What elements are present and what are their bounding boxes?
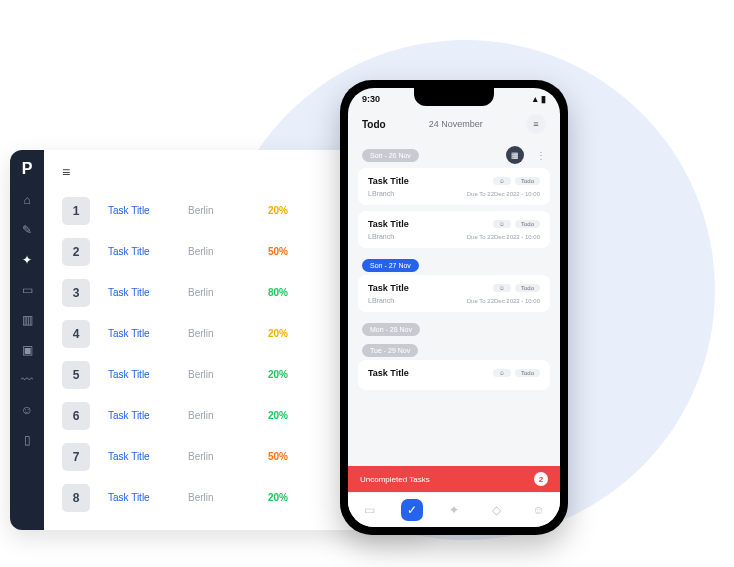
uncompleted-label: Uncompleted Tasks (360, 475, 430, 484)
card-title: Task Title (368, 368, 409, 378)
status-badge: Todo (515, 284, 540, 292)
row-number: 7 (62, 443, 90, 471)
phone-content: Task Title☺TodoLBranchDue To 22Dec 2022 … (348, 168, 560, 466)
card-due: Due To 22Dec 2022 - 10:00 (467, 234, 540, 240)
chart-icon[interactable]: 〰 (19, 372, 35, 388)
task-location: Berlin (188, 451, 268, 462)
status-badge: Todo (515, 177, 540, 185)
task-card[interactable]: Task Title☺TodoLBranchDue To 22Dec 2022 … (358, 168, 550, 205)
archive-icon[interactable]: ▥ (19, 312, 35, 328)
uncompleted-banner[interactable]: Uncompleted Tasks 2 (348, 466, 560, 492)
date-group[interactable]: Tue - 29 Nov (362, 344, 418, 357)
phone-mockup: 9:30 ▴ ▮ Todo 24 November ≡ Son - 26 Nov… (340, 80, 568, 535)
date-group[interactable]: Mon - 28 Nov (362, 323, 420, 336)
task-title-link[interactable]: Task Title (108, 451, 188, 462)
task-card[interactable]: Task Title☺Todo (358, 360, 550, 390)
users-icon: ☺ (493, 284, 511, 292)
row-number: 5 (62, 361, 90, 389)
task-location: Berlin (188, 492, 268, 503)
card-title: Task Title (368, 283, 409, 293)
users-icon: ☺ (493, 369, 511, 377)
lock-icon[interactable]: ▣ (19, 342, 35, 358)
task-percent: 20% (268, 492, 288, 503)
card-title: Task Title (368, 176, 409, 186)
home-icon[interactable]: ⌂ (19, 192, 35, 208)
screen-date: 24 November (429, 119, 483, 129)
box-icon[interactable]: ▭ (19, 282, 35, 298)
task-percent: 20% (268, 410, 288, 421)
tab-bell-icon[interactable]: ✦ (443, 499, 465, 521)
screen-title: Todo (362, 119, 386, 130)
person-icon[interactable]: ☺ (19, 402, 35, 418)
tab-home-icon[interactable]: ▭ (358, 499, 380, 521)
task-location: Berlin (188, 328, 268, 339)
task-location: Berlin (188, 410, 268, 421)
card-due: Due To 22Dec 2022 - 10:00 (467, 298, 540, 304)
task-title-link[interactable]: Task Title (108, 492, 188, 503)
phone-screen: 9:30 ▴ ▮ Todo 24 November ≡ Son - 26 Nov… (348, 88, 560, 527)
task-percent: 50% (268, 451, 288, 462)
date-group[interactable]: Son - 27 Nov (362, 259, 419, 272)
task-title-link[interactable]: Task Title (108, 410, 188, 421)
users-icon: ☺ (493, 177, 511, 185)
tab-tasks-icon[interactable]: ✓ (401, 499, 423, 521)
row-number: 6 (62, 402, 90, 430)
tab-profile-icon[interactable]: ☺ (528, 499, 550, 521)
task-location: Berlin (188, 369, 268, 380)
task-card[interactable]: Task Title☺TodoLBranchDue To 22Dec 2022 … (358, 275, 550, 312)
calendar-icon[interactable]: ▦ (506, 146, 524, 164)
task-location: Berlin (188, 287, 268, 298)
status-badge: Todo (515, 369, 540, 377)
tabbar: ▭ ✓ ✦ ◇ ☺ (348, 492, 560, 527)
row-number: 4 (62, 320, 90, 348)
row-number: 1 (62, 197, 90, 225)
logo: P (22, 160, 33, 178)
uncompleted-count: 2 (534, 472, 548, 486)
tab-tag-icon[interactable]: ◇ (485, 499, 507, 521)
card-branch: LBranch (368, 190, 394, 197)
task-card[interactable]: Task Title☺TodoLBranchDue To 22Dec 2022 … (358, 211, 550, 248)
task-title-link[interactable]: Task Title (108, 287, 188, 298)
status-badge: Todo (515, 220, 540, 228)
user-run-icon[interactable]: ✦ (19, 252, 35, 268)
filter-icon[interactable]: ≡ (526, 114, 546, 134)
date-pill[interactable]: Son - 26 Nov (362, 149, 419, 162)
task-location: Berlin (188, 246, 268, 257)
card-due: Due To 22Dec 2022 - 10:00 (467, 191, 540, 197)
task-title-link[interactable]: Task Title (108, 205, 188, 216)
card-title: Task Title (368, 219, 409, 229)
task-title-link[interactable]: Task Title (108, 328, 188, 339)
task-location: Berlin (188, 205, 268, 216)
card-branch: LBranch (368, 297, 394, 304)
row-number: 2 (62, 238, 90, 266)
status-time: 9:30 (362, 94, 380, 104)
users-icon: ☺ (493, 220, 511, 228)
document-icon[interactable]: ▯ (19, 432, 35, 448)
row-number: 3 (62, 279, 90, 307)
notch (414, 88, 494, 106)
sidebar: P ⌂ ✎ ✦ ▭ ▥ ▣ 〰 ☺ ▯ (10, 150, 44, 530)
card-branch: LBranch (368, 233, 394, 240)
task-percent: 20% (268, 328, 288, 339)
date-row: Son - 26 Nov ▦ ⋮ (348, 142, 560, 168)
task-title-link[interactable]: Task Title (108, 369, 188, 380)
row-number: 8 (62, 484, 90, 512)
task-percent: 50% (268, 246, 288, 257)
more-icon[interactable]: ⋮ (536, 150, 546, 161)
phone-header: Todo 24 November ≡ (348, 106, 560, 142)
task-percent: 20% (268, 369, 288, 380)
task-percent: 20% (268, 205, 288, 216)
status-icons: ▴ ▮ (533, 94, 546, 104)
task-percent: 80% (268, 287, 288, 298)
note-icon[interactable]: ✎ (19, 222, 35, 238)
task-title-link[interactable]: Task Title (108, 246, 188, 257)
